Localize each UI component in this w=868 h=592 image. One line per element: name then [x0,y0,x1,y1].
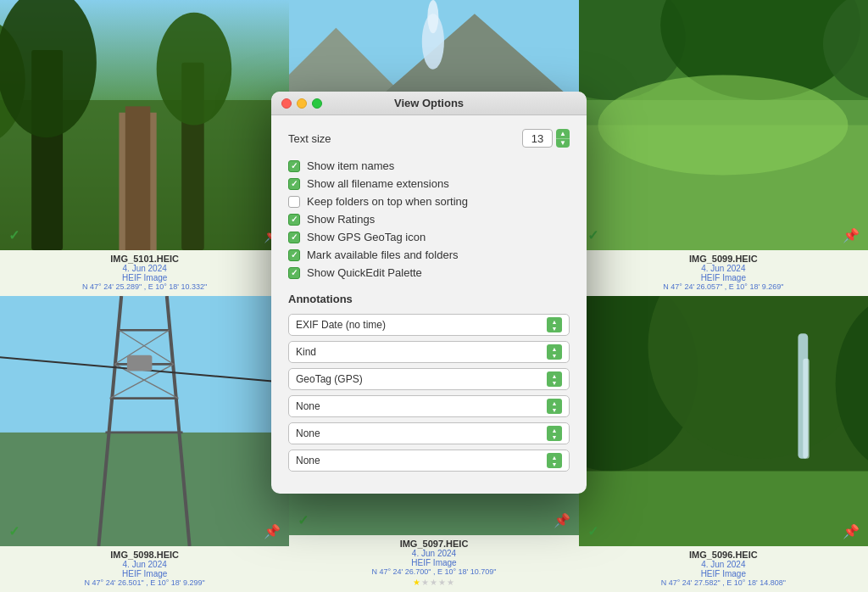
photo-thumb-2: ✓ 📌 [579,0,868,250]
checkbox-label-5: Mark available files and folders [307,249,458,261]
arrow-down-3: ▼ [552,380,558,386]
photo-type-5: HEIF Image [579,569,868,578]
annotation-select-arrow-1: ▲ ▼ [547,317,562,332]
annotation-select-2[interactable]: Kind ▲ ▼ [288,341,570,363]
view-options-dialog: View Options Text size 13 ▲ ▼ ✓ Show ite… [271,92,587,494]
stepper-up[interactable]: ▲ [556,129,570,139]
checkbox-row-5: ✓ Mark available files and folders [288,249,570,261]
star-5: ★ [447,578,454,587]
checkbox-show-gps[interactable]: ✓ [288,232,300,243]
checkbox-check-0: ✓ [291,162,298,170]
checkbox-check-5: ✓ [291,251,298,260]
checkbox-show-filename-ext[interactable]: ✓ [288,178,300,190]
photo-cell-2: ✓ 📌 IMG_5099.HEIC 4. Jun 2024 HEIF Image… [579,0,868,296]
checkbox-label-4: Show GPS GeoTag icon [307,231,426,243]
arrow-down-6: ▼ [552,461,558,467]
photo-thumb-5: ✓ 📌 [579,296,868,546]
pin-mark-2: 📌 [843,227,860,243]
photo-cell-3: ✓ 📌 IMG_5098.HEIC 4. Jun 2024 HEIF Image… [0,296,289,592]
annotation-select-text-2: Kind [296,346,547,358]
close-button[interactable] [281,98,292,109]
photo-type-4: HEIF Image [289,558,578,567]
arrow-down-1: ▼ [552,326,558,332]
arrow-up-4: ▲ [552,400,558,406]
traffic-lights [281,98,322,109]
checkbox-show-quickedit[interactable]: ✓ [288,267,300,279]
checkbox-check-1: ✓ [291,180,298,188]
svg-rect-50 [803,359,809,459]
checkbox-show-ratings[interactable]: ✓ [288,214,300,226]
photo-thumb-3: ✓ 📌 [0,296,289,546]
checkbox-label-3: Show Ratings [307,213,375,226]
arrow-down-5: ▼ [552,434,558,440]
svg-rect-25 [0,433,289,546]
check-mark-1: ✓ [8,227,19,243]
photo-date-1: 4. Jun 2024 [0,264,289,273]
pin-mark-3: 📌 [264,523,281,539]
svg-rect-37 [127,355,153,371]
annotation-select-1[interactable]: EXIF Date (no time) ▲ ▼ [288,314,570,336]
annotation-select-arrow-4: ▲ ▼ [547,399,562,414]
annotation-select-arrow-2: ▲ ▼ [547,344,562,360]
checkbox-label-6: Show QuickEdit Palette [307,266,422,279]
photo-filename-5: IMG_5096.HEIC [579,550,868,560]
photo-info-2: IMG_5099.HEIC 4. Jun 2024 HEIF Image N 4… [579,250,868,296]
annotation-select-5[interactable]: None ▲ ▼ [288,422,570,444]
annotation-select-arrow-5: ▲ ▼ [547,426,562,441]
photo-filename-2: IMG_5099.HEIC [579,254,868,264]
svg-point-16 [428,0,439,33]
minimize-button[interactable] [297,98,307,109]
photo-coords-2: N 47° 24' 26.057" , E 10° 18' 9.269" [579,282,868,291]
text-size-stepper[interactable]: ▲ ▼ [556,129,570,148]
checkbox-label-0: Show item names [307,159,394,172]
dialog-body: Text size 13 ▲ ▼ ✓ Show item names ✓ Sho… [271,115,587,494]
photo-date-3: 4. Jun 2024 [0,560,289,569]
svg-rect-9 [125,106,151,250]
photo-info-5: IMG_5096.HEIC 4. Jun 2024 HEIF Image N 4… [579,546,868,592]
dialog-title: View Options [394,97,464,109]
photo-info-1: IMG_5101.HEIC 4. Jun 2024 HEIF Image N 4… [0,250,289,296]
photo-filename-3: IMG_5098.HEIC [0,550,289,560]
photo-date-5: 4. Jun 2024 [579,560,868,569]
checkbox-mark-available[interactable]: ✓ [288,249,300,261]
annotation-select-text-6: None [296,455,547,466]
check-mark-2: ✓ [587,227,598,243]
photo-type-2: HEIF Image [579,273,868,282]
photo-date-2: 4. Jun 2024 [579,264,868,273]
checkbox-show-item-names[interactable]: ✓ [288,160,300,172]
arrow-up-2: ▲ [552,346,558,352]
checkbox-row-0: ✓ Show item names [288,159,570,172]
pin-mark-5: 📌 [843,523,860,539]
photo-filename-1: IMG_5101.HEIC [0,254,289,264]
checkbox-label-2: Keep folders on top when sorting [307,195,468,208]
arrow-up-1: ▲ [552,319,558,325]
stepper-down[interactable]: ▼ [556,139,570,148]
photo-coords-3: N 47° 24' 26.501" , E 10° 18' 9.299" [0,578,289,587]
star-3: ★ [430,578,437,587]
photo-date-4: 4. Jun 2024 [289,549,578,558]
maximize-button[interactable] [312,98,322,109]
annotations-section: Annotations EXIF Date (no time) ▲ ▼ Kind… [288,293,570,472]
checkbox-row-1: ✓ Show all filename extensions [288,177,570,190]
annotation-select-text-1: EXIF Date (no time) [296,319,547,331]
svg-rect-51 [579,472,868,547]
photo-cell-5: ✓ 📌 IMG_5096.HEIC 4. Jun 2024 HEIF Image… [579,296,868,592]
annotation-select-6[interactable]: None ▲ ▼ [288,450,570,472]
photo-info-3: IMG_5098.HEIC 4. Jun 2024 HEIF Image N 4… [0,546,289,592]
text-size-label: Text size [288,132,522,145]
arrow-up-6: ▲ [552,455,558,461]
annotation-select-arrow-3: ▲ ▼ [547,371,562,387]
checkbox-row-3: ✓ Show Ratings [288,213,570,226]
star-1: ★ [413,578,420,587]
annotation-select-3[interactable]: GeoTag (GPS) ▲ ▼ [288,368,570,390]
arrow-down-2: ▼ [552,353,558,359]
dialog-titlebar: View Options [271,92,587,115]
arrow-up-5: ▲ [552,427,558,433]
checkbox-check-6: ✓ [291,269,298,277]
checkbox-row-4: ✓ Show GPS GeoTag icon [288,231,570,243]
annotation-select-4[interactable]: None ▲ ▼ [288,395,570,417]
svg-point-7 [157,13,232,126]
checkbox-keep-folders-top[interactable] [288,196,300,208]
text-size-control: 13 ▲ ▼ [522,129,570,148]
annotation-select-text-3: GeoTag (GPS) [296,373,547,385]
